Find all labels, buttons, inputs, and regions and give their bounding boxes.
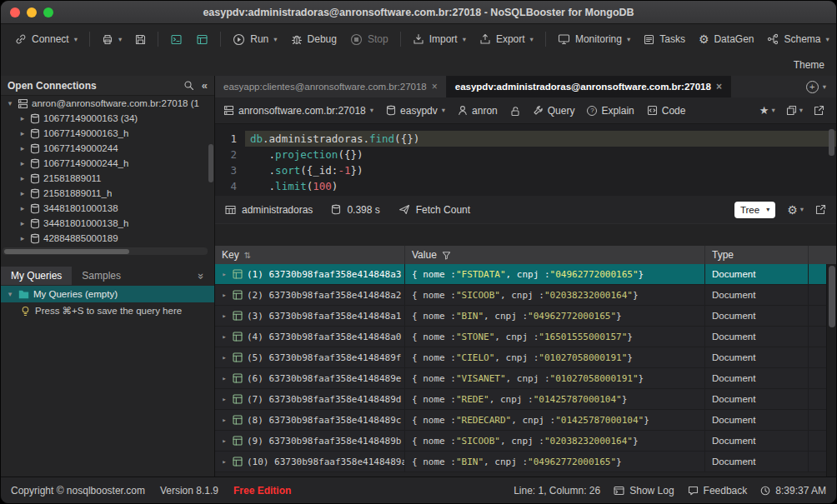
code-line[interactable]: db.administradoras.find({}) (245, 131, 836, 147)
expand-icon[interactable]: ▸ (220, 354, 228, 362)
expand-icon[interactable]: ▸ (18, 145, 27, 152)
results-settings-button[interactable]: ⚙ ▾ (787, 204, 804, 216)
editor-layout-toggle[interactable] (190, 31, 214, 48)
column-header-key[interactable]: Key ⇅ (215, 246, 405, 264)
table-row[interactable]: ▸(1) 63730b98faaf358e414848a3{ nome : "F… (215, 264, 836, 285)
tree-item-database[interactable]: ▸10677149000163_h (1, 126, 214, 141)
run-button[interactable]: Run ▾ (227, 30, 283, 49)
minimize-window-button[interactable] (27, 7, 37, 17)
database-selector[interactable]: easypdv ▾ (386, 105, 445, 117)
open-in-new-tab-button[interactable] (814, 105, 824, 116)
code-button[interactable]: Code (647, 105, 686, 117)
editor-console-toggle[interactable] (164, 31, 188, 48)
stop-button[interactable]: Stop (344, 30, 394, 49)
tab-easyapp-clientes[interactable]: easyapp:clientes@anronsoftware.com.br:27… (215, 76, 447, 97)
export-button[interactable]: Export ▾ (474, 30, 539, 48)
search-connections-button[interactable] (183, 80, 194, 91)
view-mode-select[interactable]: Tree ▾ (734, 202, 775, 218)
debug-button[interactable]: Debug (285, 30, 343, 48)
expand-icon[interactable]: ▸ (220, 312, 228, 320)
table-row[interactable]: ▸(2) 63730b98faaf358e414848a2{ nome : "S… (215, 285, 836, 306)
result-collection-tab[interactable]: administradoras (225, 204, 313, 216)
tree-item-database[interactable]: ▸34481801000138 (1, 201, 214, 216)
datagen-button[interactable]: ⚙ DataGen (693, 30, 760, 48)
schema-button[interactable]: Schema ▾ (761, 30, 834, 48)
expand-icon[interactable]: ▸ (220, 417, 228, 424)
scrollbar-thumb[interactable] (829, 129, 834, 156)
table-row[interactable]: ▸(8) 63730b98faaf358e4148489c{ nome : "R… (215, 410, 836, 431)
expand-icon[interactable]: ▸ (18, 130, 27, 137)
editor-code[interactable]: db.administradoras.find({}) .projection(… (245, 131, 836, 196)
expand-icon[interactable]: ▸ (220, 437, 228, 445)
expand-icon[interactable]: ▸ (220, 292, 228, 299)
feedback-button[interactable]: Feedback (688, 485, 748, 497)
my-queries-folder[interactable]: ▾ My Queries (empty) (1, 286, 214, 302)
tree-vertical-scrollbar[interactable] (208, 144, 213, 182)
tab-samples[interactable]: Samples (72, 267, 131, 285)
tab-easypdv-administradoras[interactable]: easypdv:administradoras@anronsoftware.co… (447, 76, 731, 97)
expand-icon[interactable]: ▸ (18, 190, 27, 197)
expand-icon[interactable]: ▸ (18, 160, 27, 167)
expand-results-button[interactable] (815, 204, 826, 215)
tab-my-queries[interactable]: My Queries (1, 267, 72, 285)
tree-item-database[interactable]: ▸42884885000189 (1, 231, 214, 246)
table-row[interactable]: ▸(10) 63730b98faaf358e4148489a{ nome : "… (215, 452, 836, 472)
server-selector[interactable]: anronsoftware.com.br:27018 ▾ (223, 105, 373, 117)
snippets-button[interactable]: ▾ (786, 105, 803, 116)
theme-button[interactable]: Theme (794, 59, 824, 71)
collapse-queries-button[interactable]: » (195, 262, 208, 288)
scrollbar-thumb[interactable] (4, 249, 129, 254)
expand-icon[interactable]: ▸ (18, 205, 27, 212)
show-log-button[interactable]: Show Log (614, 485, 674, 497)
user-indicator[interactable]: anron (458, 105, 498, 117)
zoom-window-button[interactable] (43, 7, 53, 17)
save-button[interactable] (129, 31, 152, 48)
close-icon[interactable]: × (716, 81, 722, 92)
expand-icon[interactable]: ▸ (220, 271, 228, 278)
scrollbar-thumb[interactable] (829, 266, 835, 327)
new-tab-button[interactable]: + ▾ (796, 76, 836, 97)
expand-icon[interactable]: ▸ (220, 458, 228, 466)
editor-scrollbar[interactable] (829, 129, 834, 194)
expand-icon[interactable]: ▸ (18, 220, 27, 227)
table-row[interactable]: ▸(7) 63730b98faaf358e4148489d{ nome : "R… (215, 389, 836, 410)
table-row[interactable]: ▸(6) 63730b98faaf358e4148489e{ nome : "V… (215, 368, 836, 389)
results-vertical-scrollbar[interactable] (826, 264, 836, 477)
close-icon[interactable]: × (432, 81, 438, 92)
expand-icon[interactable]: ▸ (220, 375, 228, 382)
query-editor[interactable]: 1234 db.administradoras.find({}) .projec… (215, 124, 836, 196)
favorites-button[interactable]: ★ ▾ (759, 105, 775, 116)
expand-icon[interactable]: ▸ (18, 175, 27, 182)
tree-item-database[interactable]: ▸10677149000244_h (1, 156, 214, 171)
tree-item-database[interactable]: ▸10677149000244 (1, 141, 214, 156)
tree-horizontal-scrollbar[interactable] (3, 247, 208, 255)
filter-icon[interactable] (442, 251, 451, 260)
collapse-icon[interactable]: ▾ (6, 100, 14, 107)
connect-button[interactable]: Connect ▾ (9, 30, 83, 48)
tree-item-database[interactable]: ▸21581889011_h (1, 186, 214, 201)
fetch-count-button[interactable]: Fetch Count (398, 204, 470, 216)
import-button[interactable]: Import ▾ (407, 30, 472, 48)
query-button[interactable]: Query (533, 105, 575, 117)
expand-icon[interactable]: ▸ (18, 235, 27, 242)
tree-item-database[interactable]: ▸34481801000138_h (1, 216, 214, 231)
edition-badge[interactable]: Free Edition (233, 485, 291, 497)
collapse-panel-button[interactable]: « (202, 80, 208, 91)
table-row[interactable]: ▸(9) 63730b98faaf358e4148489b{ nome : "S… (215, 431, 836, 452)
expand-icon[interactable]: ▸ (220, 396, 228, 403)
column-header-value[interactable]: Value (405, 246, 705, 264)
tree-item-database[interactable]: ▸21581889011 (1, 171, 214, 186)
expand-icon[interactable]: ▸ (18, 115, 27, 122)
code-line[interactable]: .projection({}) (245, 147, 836, 162)
code-line[interactable]: .limit(100) (245, 178, 836, 194)
explain-button[interactable]: ? Explain (587, 105, 634, 117)
table-row[interactable]: ▸(4) 63730b98faaf358e414848a0{ nome : "S… (215, 327, 836, 347)
code-line[interactable]: .sort({_id:-1}) (245, 162, 836, 178)
close-window-button[interactable] (10, 7, 20, 17)
column-header-type[interactable]: Type (705, 246, 809, 264)
collapse-icon[interactable]: ▾ (6, 291, 14, 298)
expand-icon[interactable]: ▸ (220, 333, 228, 341)
print-button[interactable]: ▾ (96, 31, 128, 48)
tree-item-database[interactable]: ▸10677149000163 (34) (1, 111, 214, 126)
tree-item-connection[interactable]: ▾ anron@anronsoftware.com.br:27018 (1 (1, 96, 214, 111)
